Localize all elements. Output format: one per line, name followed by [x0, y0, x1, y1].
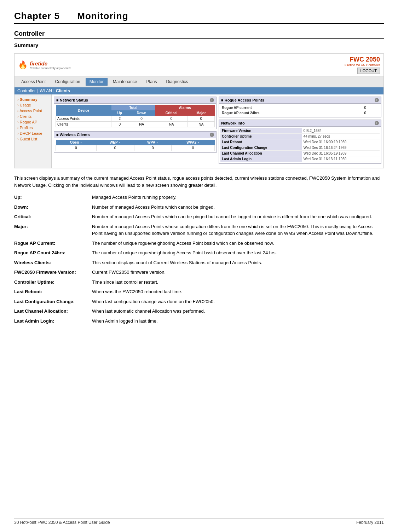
ns-clients-down: NA: [128, 122, 155, 127]
wireless-clients-panel: ■ Wireless Clients i Open ⬩ WEP ⬩ WPA ⬩ …: [54, 131, 217, 153]
ns-ap-major: 0: [188, 116, 215, 122]
network-info-panel: Network Info i Firmware Version 0.B.2_16…: [219, 120, 381, 164]
ns-clients-major: NA: [188, 122, 215, 127]
ni-uptime-value: 44 mins, 27 secs: [302, 134, 380, 139]
wireless-clients-header: ■ Wireless Clients i: [54, 132, 216, 138]
main-content: ■ Network Status i Device Total Alarms: [52, 94, 383, 168]
network-status-title: ■ Network Status: [56, 98, 88, 102]
page-footer: 30 HotPoint FWC 2050 & Access Point User…: [14, 518, 384, 525]
ni-firmware-value: 0.B.2_1684: [302, 128, 380, 134]
ni-row-config: Last Configuration Change Wed Dec 31 16:…: [220, 145, 380, 151]
ni-config-label: Last Configuration Change: [220, 145, 302, 151]
nav-monitor[interactable]: Monitor: [86, 78, 108, 86]
firetide-logo: 🔥 firetide Reliable connectivity anywher…: [18, 60, 71, 70]
logout-button[interactable]: LOGOUT: [357, 68, 380, 74]
breadcrumb-clients[interactable]: Clients: [56, 88, 70, 93]
ni-row-channel: Last Channel Allocation Wed Dec 31 16:05…: [220, 151, 380, 156]
term-desc-11: When last automatic channel Allocation w…: [92, 308, 384, 315]
fwc-subtitle: Firetide WLAN Controller: [345, 63, 380, 67]
left-panels: ■ Network Status i Device Total Alarms: [54, 97, 217, 166]
term-desc-4: The number of unique rogue/neighboring A…: [92, 240, 384, 247]
term-desc-7: Current FWC2050 firmware version.: [92, 269, 384, 276]
term-label-10: Last Configuration Change:: [14, 298, 92, 305]
sidebar-usage[interactable]: Usage: [15, 102, 51, 108]
term-desc-5: The number of unique rogue/neighboring A…: [92, 249, 384, 256]
term-row: Up:Managed Access Points running properl…: [14, 194, 384, 201]
ns-th-up: Up: [111, 110, 128, 116]
sidebar-summary[interactable]: Summary: [15, 97, 51, 102]
wc-th-wep: WEP ⬩: [96, 140, 134, 145]
breadcrumb-sep-2: |: [53, 88, 54, 93]
wc-row: 0 0 0 0: [56, 145, 215, 151]
sidebar-access-point[interactable]: Access Point: [15, 108, 51, 114]
ns-ap-up: 2: [111, 116, 128, 122]
sidebar-profiles[interactable]: Profiles: [15, 125, 51, 131]
term-row: Rogue AP Current:The number of unique ro…: [14, 240, 384, 247]
ni-row-uptime: Controller Uptime 44 mins, 27 secs: [220, 134, 380, 139]
firetide-text: firetide Reliable connectivity anywhere®: [30, 60, 71, 70]
wc-wpa: 0: [134, 145, 172, 151]
ns-th-device: Device: [56, 105, 111, 116]
term-label-0: Up:: [14, 194, 92, 201]
network-info-title: Network Info: [221, 121, 245, 125]
term-label-12: Last Admin Login:: [14, 318, 92, 325]
ni-row-firmware: Firmware Version 0.B.2_1684: [220, 128, 380, 134]
term-label-11: Last Channel Allocation:: [14, 308, 92, 315]
network-status-info-icon[interactable]: i: [210, 98, 214, 102]
rogue-ap-info-icon[interactable]: i: [375, 98, 379, 102]
term-desc-3: Number of managed Access Points whose co…: [92, 223, 384, 237]
wireless-clients-table: Open ⬩ WEP ⬩ WPA ⬩ WPA2 ⬩ 0 0: [56, 140, 215, 151]
breadcrumb-wlan[interactable]: WLAN: [40, 88, 52, 93]
nav-configuration[interactable]: Configuration: [51, 78, 84, 86]
ns-clients-critical: NA: [155, 122, 188, 127]
term-row: Controller Uptime:Time since last contro…: [14, 279, 384, 286]
firetide-name: firetide: [30, 60, 71, 66]
nav-access-point[interactable]: Access Point: [17, 78, 50, 86]
sidebar: Summary Usage Access Point Clients Rogue…: [15, 94, 52, 168]
sidebar-dhcp-lease[interactable]: DHCP Lease: [15, 131, 51, 136]
ns-row-ap: Access Points 2 0 0 0: [56, 116, 215, 122]
wireless-clients-info-icon[interactable]: i: [210, 133, 214, 137]
nav-diagnostics[interactable]: Diagnostics: [162, 78, 192, 86]
ns-th-critical: Critical: [155, 110, 188, 116]
ns-th-total: Total: [111, 105, 155, 110]
sidebar-rogue-ap[interactable]: Rogue AP: [15, 119, 51, 125]
ns-th-alarms: Alarms: [155, 105, 215, 110]
nav-maintenance[interactable]: Maintenance: [109, 78, 141, 86]
right-panels: ■ Rogue Access Points i Rogue AP current…: [219, 97, 381, 166]
wc-open: 0: [56, 145, 97, 151]
network-status-body: Device Total Alarms Up Down Critical Maj…: [54, 104, 216, 129]
fwc-model: FWC 2050: [345, 56, 380, 63]
ni-row-reboot: Last Reboot Wed Dec 31 16:00:19 1969: [220, 139, 380, 145]
ni-reboot-value: Wed Dec 31 16:00:19 1969: [302, 139, 380, 145]
term-row: Rogue AP Count 24hrs:The number of uniqu…: [14, 249, 384, 256]
term-row: Critical:Number of managed Access Points…: [14, 213, 384, 220]
interface-header: 🔥 firetide Reliable connectivity anywher…: [15, 54, 383, 76]
breadcrumb-controller[interactable]: Controller: [17, 88, 36, 93]
nav-plans[interactable]: Plans: [143, 78, 161, 86]
chapter-number: Chapter 5: [14, 11, 60, 21]
term-label-7: FWC2050 Firmware Version:: [14, 269, 92, 276]
network-status-table: Device Total Alarms Up Down Critical Maj…: [56, 105, 215, 127]
ns-th-down: Down: [128, 110, 155, 116]
wc-wep: 0: [96, 145, 134, 151]
ni-channel-label: Last Channel Allocation: [220, 151, 302, 156]
term-row: Major:Number of managed Access Points wh…: [14, 223, 384, 237]
sidebar-clients[interactable]: Clients: [15, 114, 51, 119]
ns-ap-down: 0: [128, 116, 155, 122]
wireless-clients-title: ■ Wireless Clients: [56, 133, 90, 137]
ni-admin-value: Wed Dec 31 16:13:11 1969: [302, 156, 380, 162]
ni-admin-label: Last Admin Login: [220, 156, 302, 162]
term-label-9: Last Reboot:: [14, 288, 92, 295]
network-info-icon[interactable]: i: [375, 121, 379, 125]
ns-th-major: Major: [188, 110, 215, 116]
ns-clients-up: 0: [111, 122, 128, 127]
rogue-24hrs-label: Rogue AP count 24hrs: [220, 110, 363, 116]
term-desc-2: Number of managed Access Points which ca…: [92, 213, 384, 220]
term-row: Last Reboot:When was the FWC2050 reboote…: [14, 288, 384, 295]
intro-paragraph: This screen displays a summary of the cu…: [14, 175, 384, 189]
firetide-tagline: Reliable connectivity anywhere®: [30, 66, 71, 70]
term-row: Last Configuration Change:When last conf…: [14, 298, 384, 305]
sidebar-guest-list[interactable]: Guest List: [15, 136, 51, 142]
interface-screenshot: 🔥 firetide Reliable connectivity anywher…: [14, 53, 384, 168]
